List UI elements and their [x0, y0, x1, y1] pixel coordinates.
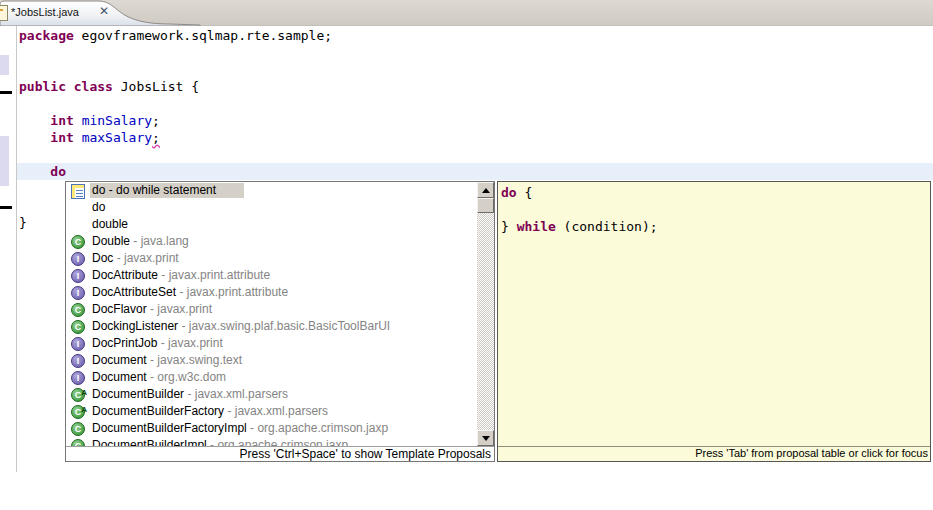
gutter-divider	[16, 26, 17, 472]
proposal-label: do - do while statement	[90, 183, 244, 198]
proposal-label: DocumentBuilderFactory - javax.xml.parse…	[90, 404, 330, 419]
proposal-label: DocFlavor - javax.print	[90, 302, 214, 317]
proposal-label: Doc - javax.print	[90, 251, 181, 266]
proposal-status-bar: Press 'Ctrl+Space' to show Template Prop…	[66, 446, 494, 461]
proposal-label: double	[90, 217, 130, 232]
proposal-label: Double - java.lang	[90, 234, 191, 249]
proposal-label: DocAttributeSet - javax.print.attribute	[90, 285, 290, 300]
content-assist-popup: do - do while statementdodoubleCDouble -…	[65, 181, 495, 462]
code-line: int maxSalary;	[19, 129, 332, 146]
scrollbar-down-button[interactable]	[477, 430, 494, 446]
code-line: package egovframework.sqlmap.rte.sample;	[19, 27, 332, 44]
preview-code: do { } while (condition);	[501, 184, 658, 235]
code-line: } while (condition);	[501, 218, 658, 235]
proposal-package: - javax.swing.text	[147, 353, 242, 367]
ruler-annotation	[0, 55, 9, 75]
proposal-package: - javax.swing.plaf.basic.BasicToolBarUI	[178, 319, 390, 333]
scrollbar-thumb[interactable]	[477, 198, 494, 213]
code-line	[19, 44, 332, 61]
eclipse-editor-window: *JobsList.java ✕ package egovframework.s…	[0, 0, 933, 510]
editor-tab[interactable]: *JobsList.java ✕	[0, 0, 118, 25]
proposal-row[interactable]: IDocPrintJob - javax.print	[66, 335, 494, 352]
proposal-row[interactable]: CADocumentBuilder - javax.xml.parsers	[66, 386, 494, 403]
ruler-fold-mark[interactable]	[0, 91, 12, 94]
tab-title: *JobsList.java	[11, 6, 79, 18]
proposal-row[interactable]: double	[66, 216, 494, 233]
code-line	[19, 61, 332, 78]
proposal-row[interactable]: CADocumentBuilderFactory - javax.xml.par…	[66, 403, 494, 420]
class-icon: C	[71, 422, 85, 436]
class-icon: C	[71, 303, 85, 317]
editor-tab-bar: *JobsList.java ✕	[0, 0, 933, 26]
code-line: public class JobsList {	[19, 78, 332, 95]
proposal-package: - javax.xml.parsers	[184, 387, 288, 401]
proposal-label: Document - javax.swing.text	[90, 353, 244, 368]
preview-status-bar: Press 'Tab' from proposal table or click…	[498, 446, 930, 461]
proposal-row[interactable]: IDocAttribute - javax.print.attribute	[66, 267, 494, 284]
interface-icon: I	[71, 337, 85, 351]
arrow-up-icon	[482, 188, 490, 193]
proposal-label: Document - org.w3c.dom	[90, 370, 228, 385]
code-line: do	[19, 163, 332, 180]
interface-icon: I	[71, 371, 85, 385]
ruler-fold-mark[interactable]	[0, 206, 12, 209]
proposal-package: - org.apache.crimson.jaxp	[207, 438, 348, 446]
proposal-preview-pane[interactable]: do { } while (condition); Press 'Tab' fr…	[497, 181, 931, 462]
interface-icon: I	[71, 286, 85, 300]
code-line: int minSalary;	[19, 112, 332, 129]
proposal-row[interactable]: IDocument - javax.swing.text	[66, 352, 494, 369]
proposal-label: DocumentBuilderFactoryImpl - org.apache.…	[90, 421, 390, 436]
class-icon: C	[71, 235, 85, 249]
proposal-package: - javax.print	[157, 336, 222, 350]
proposal-label: do	[90, 200, 107, 215]
proposal-row[interactable]: IDoc - javax.print	[66, 250, 494, 267]
proposal-row[interactable]: do - do while statement	[66, 182, 494, 199]
proposal-row[interactable]: do	[66, 199, 494, 216]
class-icon: C	[71, 439, 85, 447]
proposal-package: - java.lang	[130, 234, 189, 248]
proposal-label: DocumentBuilderImpl - org.apache.crimson…	[90, 438, 350, 446]
proposal-package: - javax.print	[147, 302, 212, 316]
proposal-row[interactable]: IDocument - org.w3c.dom	[66, 369, 494, 386]
proposal-label: DocAttribute - javax.print.attribute	[90, 268, 272, 283]
proposal-package: - javax.print	[113, 251, 178, 265]
arrow-down-icon	[482, 436, 490, 441]
proposal-row[interactable]: CDocFlavor - javax.print	[66, 301, 494, 318]
interface-icon: I	[71, 252, 85, 266]
proposal-row[interactable]: IDocAttributeSet - javax.print.attribute	[66, 284, 494, 301]
interface-icon: I	[71, 269, 85, 283]
template-proposal-icon	[71, 184, 85, 199]
proposal-package: - javax.print.attribute	[176, 285, 288, 299]
abstract-class-icon: CA	[71, 405, 85, 419]
proposal-package: - javax.xml.parsers	[224, 404, 328, 418]
proposal-scrollbar[interactable]	[477, 182, 494, 446]
proposal-row[interactable]: CDouble - java.lang	[66, 233, 494, 250]
tab-close-icon[interactable]: ✕	[97, 4, 111, 19]
proposal-row[interactable]: CDocumentBuilderFactoryImpl - org.apache…	[66, 420, 494, 437]
proposal-row[interactable]: CDockingListener - javax.swing.plaf.basi…	[66, 318, 494, 335]
proposal-package: - org.w3c.dom	[147, 370, 226, 384]
code-line	[19, 95, 332, 112]
proposal-package: - javax.print.attribute	[158, 268, 270, 282]
proposal-list[interactable]: do - do while statementdodoubleCDouble -…	[66, 182, 494, 446]
code-line: do {	[501, 184, 658, 201]
proposal-label: DocPrintJob - javax.print	[90, 336, 225, 351]
code-line	[501, 201, 658, 218]
java-file-icon	[0, 5, 8, 21]
interface-icon: I	[71, 354, 85, 368]
class-icon: C	[71, 320, 85, 334]
scrollbar-up-button[interactable]	[477, 182, 494, 198]
proposal-label: DockingListener - javax.swing.plaf.basic…	[90, 319, 392, 334]
abstract-class-icon: CA	[71, 388, 85, 402]
code-line	[19, 146, 332, 163]
proposal-package: - org.apache.crimson.jaxp	[247, 421, 388, 435]
proposal-label: DocumentBuilder - javax.xml.parsers	[90, 387, 290, 402]
proposal-row[interactable]: CDocumentBuilderImpl - org.apache.crimso…	[66, 437, 494, 446]
ruler-annotation	[0, 136, 9, 186]
